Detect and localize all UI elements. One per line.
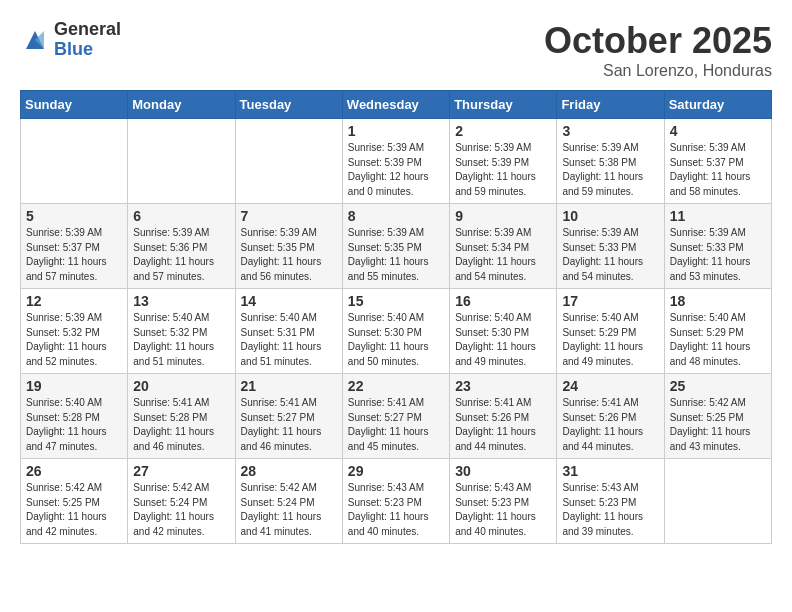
day-info: Sunrise: 5:40 AMSunset: 5:32 PMDaylight:… (133, 311, 229, 369)
day-number: 18 (670, 293, 766, 309)
day-info: Sunrise: 5:40 AMSunset: 5:29 PMDaylight:… (670, 311, 766, 369)
day-info: Sunrise: 5:39 AMSunset: 5:35 PMDaylight:… (348, 226, 444, 284)
day-of-week-header: Sunday (21, 91, 128, 119)
calendar-week-row: 26Sunrise: 5:42 AMSunset: 5:25 PMDayligh… (21, 459, 772, 544)
calendar-day-cell: 25Sunrise: 5:42 AMSunset: 5:25 PMDayligh… (664, 374, 771, 459)
calendar-day-cell: 8Sunrise: 5:39 AMSunset: 5:35 PMDaylight… (342, 204, 449, 289)
day-info: Sunrise: 5:40 AMSunset: 5:29 PMDaylight:… (562, 311, 658, 369)
calendar-day-cell: 12Sunrise: 5:39 AMSunset: 5:32 PMDayligh… (21, 289, 128, 374)
calendar-day-cell: 17Sunrise: 5:40 AMSunset: 5:29 PMDayligh… (557, 289, 664, 374)
day-number: 21 (241, 378, 337, 394)
day-of-week-header: Tuesday (235, 91, 342, 119)
month-title: October 2025 (544, 20, 772, 62)
logo-blue: Blue (54, 40, 121, 60)
calendar-week-row: 1Sunrise: 5:39 AMSunset: 5:39 PMDaylight… (21, 119, 772, 204)
day-info: Sunrise: 5:42 AMSunset: 5:25 PMDaylight:… (670, 396, 766, 454)
calendar-header: SundayMondayTuesdayWednesdayThursdayFrid… (21, 91, 772, 119)
calendar-day-cell: 16Sunrise: 5:40 AMSunset: 5:30 PMDayligh… (450, 289, 557, 374)
calendar-day-cell: 24Sunrise: 5:41 AMSunset: 5:26 PMDayligh… (557, 374, 664, 459)
calendar-day-cell: 18Sunrise: 5:40 AMSunset: 5:29 PMDayligh… (664, 289, 771, 374)
day-info: Sunrise: 5:40 AMSunset: 5:31 PMDaylight:… (241, 311, 337, 369)
day-number: 29 (348, 463, 444, 479)
calendar-day-cell: 22Sunrise: 5:41 AMSunset: 5:27 PMDayligh… (342, 374, 449, 459)
day-info: Sunrise: 5:41 AMSunset: 5:27 PMDaylight:… (348, 396, 444, 454)
day-of-week-header: Friday (557, 91, 664, 119)
logo: General Blue (20, 20, 121, 60)
day-number: 3 (562, 123, 658, 139)
day-info: Sunrise: 5:41 AMSunset: 5:26 PMDaylight:… (455, 396, 551, 454)
calendar-day-cell: 30Sunrise: 5:43 AMSunset: 5:23 PMDayligh… (450, 459, 557, 544)
day-number: 25 (670, 378, 766, 394)
day-info: Sunrise: 5:39 AMSunset: 5:37 PMDaylight:… (26, 226, 122, 284)
day-of-week-header: Saturday (664, 91, 771, 119)
calendar-table: SundayMondayTuesdayWednesdayThursdayFrid… (20, 90, 772, 544)
calendar-day-cell: 6Sunrise: 5:39 AMSunset: 5:36 PMDaylight… (128, 204, 235, 289)
calendar-week-row: 12Sunrise: 5:39 AMSunset: 5:32 PMDayligh… (21, 289, 772, 374)
day-info: Sunrise: 5:39 AMSunset: 5:35 PMDaylight:… (241, 226, 337, 284)
day-number: 8 (348, 208, 444, 224)
day-number: 13 (133, 293, 229, 309)
day-of-week-header: Wednesday (342, 91, 449, 119)
day-number: 26 (26, 463, 122, 479)
day-number: 7 (241, 208, 337, 224)
day-info: Sunrise: 5:41 AMSunset: 5:27 PMDaylight:… (241, 396, 337, 454)
calendar-day-cell (21, 119, 128, 204)
logo-general: General (54, 20, 121, 40)
calendar-day-cell: 31Sunrise: 5:43 AMSunset: 5:23 PMDayligh… (557, 459, 664, 544)
page-header: General Blue October 2025 San Lorenzo, H… (20, 20, 772, 80)
header-row: SundayMondayTuesdayWednesdayThursdayFrid… (21, 91, 772, 119)
day-info: Sunrise: 5:39 AMSunset: 5:38 PMDaylight:… (562, 141, 658, 199)
day-number: 15 (348, 293, 444, 309)
calendar-day-cell (664, 459, 771, 544)
calendar-day-cell: 5Sunrise: 5:39 AMSunset: 5:37 PMDaylight… (21, 204, 128, 289)
calendar-week-row: 5Sunrise: 5:39 AMSunset: 5:37 PMDaylight… (21, 204, 772, 289)
day-number: 6 (133, 208, 229, 224)
calendar-day-cell: 21Sunrise: 5:41 AMSunset: 5:27 PMDayligh… (235, 374, 342, 459)
day-info: Sunrise: 5:41 AMSunset: 5:26 PMDaylight:… (562, 396, 658, 454)
calendar-day-cell: 29Sunrise: 5:43 AMSunset: 5:23 PMDayligh… (342, 459, 449, 544)
calendar-day-cell: 11Sunrise: 5:39 AMSunset: 5:33 PMDayligh… (664, 204, 771, 289)
calendar-week-row: 19Sunrise: 5:40 AMSunset: 5:28 PMDayligh… (21, 374, 772, 459)
day-info: Sunrise: 5:39 AMSunset: 5:33 PMDaylight:… (670, 226, 766, 284)
calendar-day-cell (235, 119, 342, 204)
day-info: Sunrise: 5:39 AMSunset: 5:39 PMDaylight:… (455, 141, 551, 199)
day-number: 20 (133, 378, 229, 394)
title-block: October 2025 San Lorenzo, Honduras (544, 20, 772, 80)
day-info: Sunrise: 5:41 AMSunset: 5:28 PMDaylight:… (133, 396, 229, 454)
calendar-day-cell: 4Sunrise: 5:39 AMSunset: 5:37 PMDaylight… (664, 119, 771, 204)
logo-text: General Blue (54, 20, 121, 60)
calendar-day-cell: 28Sunrise: 5:42 AMSunset: 5:24 PMDayligh… (235, 459, 342, 544)
day-info: Sunrise: 5:39 AMSunset: 5:34 PMDaylight:… (455, 226, 551, 284)
day-number: 30 (455, 463, 551, 479)
day-info: Sunrise: 5:39 AMSunset: 5:36 PMDaylight:… (133, 226, 229, 284)
day-number: 11 (670, 208, 766, 224)
day-info: Sunrise: 5:39 AMSunset: 5:39 PMDaylight:… (348, 141, 444, 199)
day-info: Sunrise: 5:40 AMSunset: 5:30 PMDaylight:… (348, 311, 444, 369)
day-number: 12 (26, 293, 122, 309)
day-info: Sunrise: 5:43 AMSunset: 5:23 PMDaylight:… (455, 481, 551, 539)
calendar-day-cell: 26Sunrise: 5:42 AMSunset: 5:25 PMDayligh… (21, 459, 128, 544)
day-number: 22 (348, 378, 444, 394)
day-info: Sunrise: 5:40 AMSunset: 5:30 PMDaylight:… (455, 311, 551, 369)
calendar-day-cell: 27Sunrise: 5:42 AMSunset: 5:24 PMDayligh… (128, 459, 235, 544)
day-number: 4 (670, 123, 766, 139)
day-number: 23 (455, 378, 551, 394)
day-info: Sunrise: 5:40 AMSunset: 5:28 PMDaylight:… (26, 396, 122, 454)
day-number: 2 (455, 123, 551, 139)
day-number: 9 (455, 208, 551, 224)
day-number: 28 (241, 463, 337, 479)
day-info: Sunrise: 5:43 AMSunset: 5:23 PMDaylight:… (348, 481, 444, 539)
day-number: 10 (562, 208, 658, 224)
day-info: Sunrise: 5:42 AMSunset: 5:24 PMDaylight:… (133, 481, 229, 539)
day-info: Sunrise: 5:42 AMSunset: 5:25 PMDaylight:… (26, 481, 122, 539)
location-title: San Lorenzo, Honduras (544, 62, 772, 80)
day-of-week-header: Thursday (450, 91, 557, 119)
day-info: Sunrise: 5:39 AMSunset: 5:37 PMDaylight:… (670, 141, 766, 199)
calendar-day-cell: 7Sunrise: 5:39 AMSunset: 5:35 PMDaylight… (235, 204, 342, 289)
day-number: 5 (26, 208, 122, 224)
calendar-day-cell: 23Sunrise: 5:41 AMSunset: 5:26 PMDayligh… (450, 374, 557, 459)
day-number: 27 (133, 463, 229, 479)
calendar-day-cell: 19Sunrise: 5:40 AMSunset: 5:28 PMDayligh… (21, 374, 128, 459)
calendar-day-cell (128, 119, 235, 204)
calendar-day-cell: 1Sunrise: 5:39 AMSunset: 5:39 PMDaylight… (342, 119, 449, 204)
